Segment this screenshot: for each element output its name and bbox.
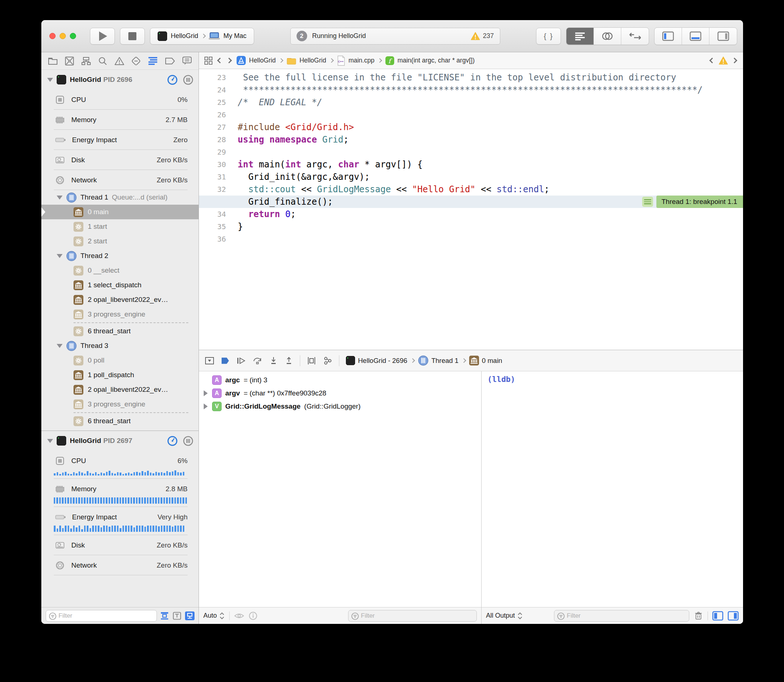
- toggle-debug-area-button[interactable]: [682, 28, 709, 45]
- stat-item[interactable]: Memory2.7 MB: [42, 110, 198, 129]
- code-line[interactable]: 32 std::cout << GridLogMessage << "Hello…: [199, 183, 743, 196]
- code-line[interactable]: 24 *************************************…: [199, 84, 743, 96]
- stack-frame-row[interactable]: 6 thread_start: [42, 414, 198, 429]
- stop-button[interactable]: [120, 28, 145, 45]
- line-number[interactable]: 30: [199, 160, 231, 169]
- variable-row[interactable]: Aargv= (char **) 0x7ffee9039c28: [199, 387, 481, 400]
- line-number[interactable]: 28: [199, 135, 231, 144]
- stack-frame-row[interactable]: 0 __select: [42, 263, 198, 278]
- stack-frame-row[interactable]: 2 start: [42, 234, 198, 249]
- stat-item[interactable]: Energy ImpactZero: [42, 130, 198, 150]
- console-output[interactable]: (lldb): [482, 371, 743, 607]
- breadcrumb-item[interactable]: fmain(int argc, char * argv[]): [385, 56, 475, 65]
- navigator-filter-field[interactable]: [46, 610, 157, 622]
- breadcrumb-item[interactable]: HelloGrid: [236, 56, 276, 65]
- breadcrumb-item[interactable]: Thread 1: [418, 355, 458, 366]
- filter-view-mode-button[interactable]: [185, 611, 195, 621]
- continue-button[interactable]: [236, 356, 246, 365]
- breadcrumb-item[interactable]: HelloGrid - 2696: [346, 356, 407, 365]
- breadcrumb-item[interactable]: HelloGrid: [286, 56, 326, 65]
- next-issue-icon[interactable]: [732, 58, 738, 64]
- code-line[interactable]: 28using namespace Grid;: [199, 134, 743, 146]
- memory-graph-button[interactable]: [323, 356, 332, 365]
- project-navigator-tab[interactable]: [48, 57, 58, 65]
- line-number[interactable]: 27: [199, 123, 231, 132]
- breakpoint-navigator-tab[interactable]: [165, 57, 175, 65]
- stat-item[interactable]: Energy ImpactVery High: [42, 507, 198, 535]
- code-line[interactable]: 35}: [199, 220, 743, 233]
- breadcrumb-item[interactable]: C++main.cpp: [337, 56, 374, 66]
- activity-viewer[interactable]: 2 Running HelloGrid 237: [291, 28, 500, 45]
- symbol-navigator-tab[interactable]: [81, 57, 91, 65]
- process-header[interactable]: HelloGridPID 2696: [42, 70, 198, 89]
- zoom-window-button[interactable]: [70, 33, 76, 39]
- step-over-button[interactable]: [252, 356, 263, 365]
- previous-issue-icon[interactable]: [709, 58, 715, 64]
- line-number[interactable]: 36: [199, 235, 231, 244]
- code-line[interactable]: 26: [199, 108, 743, 121]
- scheme-selector[interactable]: HelloGrid My Mac: [150, 28, 254, 45]
- toggle-console-view-button[interactable]: [728, 611, 739, 621]
- disclosure-triangle[interactable]: [57, 254, 62, 258]
- code-line[interactable]: 23 See the full license in the file "LIC…: [199, 71, 743, 84]
- line-number[interactable]: 26: [199, 110, 231, 119]
- line-number[interactable]: 24: [199, 86, 231, 94]
- run-button[interactable]: [90, 28, 115, 45]
- line-number[interactable]: 29: [199, 148, 231, 156]
- memory-gauge-icon[interactable]: [183, 75, 193, 85]
- debug-navigator-tab[interactable]: [148, 57, 158, 65]
- gauge-icon[interactable]: [167, 75, 178, 85]
- stack-frame-row[interactable]: 1 start: [42, 219, 198, 234]
- disclosure-triangle[interactable]: [47, 78, 53, 82]
- thread-row[interactable]: Thread 1Queue:...d (serial): [42, 190, 198, 205]
- stat-item[interactable]: CPU6%: [42, 451, 198, 478]
- variables-filter-field[interactable]: [348, 610, 477, 622]
- stack-frame-row[interactable]: 0 main: [42, 205, 198, 219]
- code-line[interactable]: 36: [199, 233, 743, 245]
- debug-view-hierarchy-button[interactable]: [307, 356, 316, 365]
- stack-frame-row[interactable]: 0 poll: [42, 353, 198, 368]
- line-number[interactable]: 34: [199, 210, 231, 218]
- variable-row[interactable]: Aargc= (int) 3: [199, 373, 481, 387]
- stack-frame-row[interactable]: 3 progress_engine: [42, 397, 198, 411]
- stack-frame-row[interactable]: 2 opal_libevent2022_ev…: [42, 292, 198, 307]
- console-output-selector[interactable]: All Output: [486, 612, 523, 620]
- standard-editor-button[interactable]: [567, 28, 594, 45]
- code-line[interactable]: 29: [199, 146, 743, 158]
- disclosure-triangle[interactable]: [203, 390, 208, 396]
- line-number[interactable]: 32: [199, 185, 231, 194]
- forward-icon[interactable]: [226, 58, 232, 64]
- assistant-editor-button[interactable]: [594, 28, 621, 45]
- step-into-button[interactable]: [269, 356, 278, 365]
- stat-item[interactable]: DiskZero KB/s: [42, 150, 198, 170]
- process-header[interactable]: HelloGridPID 2697: [42, 431, 198, 451]
- console-filter-input[interactable]: [554, 612, 689, 620]
- quicklook-eye-icon[interactable]: [234, 612, 244, 620]
- memory-gauge-icon[interactable]: [183, 436, 193, 446]
- report-navigator-tab[interactable]: [182, 56, 192, 65]
- line-number[interactable]: 23: [199, 73, 231, 82]
- source-control-tab[interactable]: [65, 56, 74, 66]
- stack-frame-row[interactable]: 1 select_dispatch: [42, 278, 198, 292]
- filter-running-button[interactable]: [160, 612, 169, 620]
- stat-item[interactable]: NetworkZero KB/s: [42, 170, 198, 190]
- disclosure-triangle[interactable]: [57, 196, 62, 199]
- stat-item[interactable]: Memory2.8 MB: [42, 479, 198, 507]
- toggle-variables-view-button[interactable]: [712, 611, 723, 621]
- variable-row[interactable]: VGrid::GridLogMessage(Grid::GridLogger): [199, 400, 481, 413]
- line-number[interactable]: 31: [199, 172, 231, 181]
- info-icon[interactable]: [249, 612, 257, 620]
- disclosure-triangle[interactable]: [203, 403, 208, 410]
- close-window-button[interactable]: [49, 33, 56, 39]
- stack-frame-row[interactable]: 3 progress_engine: [42, 307, 198, 322]
- stat-item[interactable]: CPU0%: [42, 89, 198, 109]
- disclosure-triangle[interactable]: [57, 344, 62, 348]
- test-navigator-tab[interactable]: [131, 56, 141, 66]
- line-number[interactable]: 25: [199, 98, 231, 107]
- code-line[interactable]: 25/* END LEGAL */: [199, 96, 743, 108]
- stack-frame-row[interactable]: 6 thread_start: [42, 324, 198, 338]
- issue-warning-icon[interactable]: [719, 56, 728, 65]
- hide-debug-area-button[interactable]: [205, 356, 214, 365]
- thread-row[interactable]: Thread 2: [42, 249, 198, 263]
- variables-scope-selector[interactable]: Auto: [203, 612, 225, 620]
